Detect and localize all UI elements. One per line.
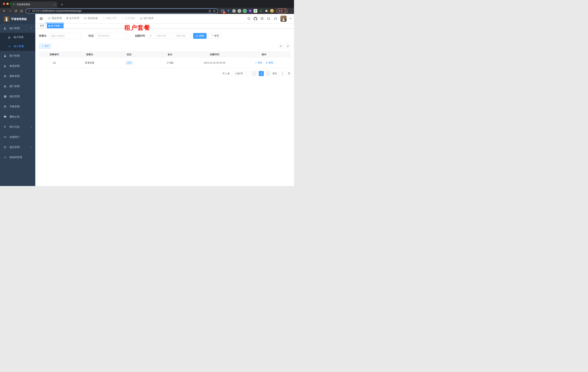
sidebar-item-label: 用户管理 xyxy=(10,54,32,58)
sidebar-item-dict-management[interactable]: 字典管理 xyxy=(0,102,35,112)
toggle-search-button[interactable] xyxy=(278,43,283,49)
topnav-label: 研发工具 xyxy=(106,17,116,20)
sidebar-item-sms-management[interactable]: 短信管理 xyxy=(0,142,35,152)
sidebar-item-error-code-management[interactable]: 错误码管理 xyxy=(0,152,35,162)
tag-label: 租户套餐 xyxy=(51,24,60,27)
filter-status-label: 状态 xyxy=(89,34,94,37)
extension-emoji-icon[interactable] xyxy=(270,9,274,13)
url-bar[interactable]: 127.0.0.1:48080/admin-ui/system/tenant/p… xyxy=(26,9,218,13)
sidebar-item-tenant-package[interactable]: 租户套餐 xyxy=(0,42,35,51)
delete-link[interactable]: 删除 xyxy=(266,61,273,64)
github-button[interactable] xyxy=(254,17,257,21)
log-edit-icon xyxy=(4,126,7,128)
sidebar-item-label: 租户列表 xyxy=(14,36,32,39)
online-signal-icon xyxy=(4,136,7,138)
search-button[interactable]: 搜索 xyxy=(193,33,207,39)
extension-command-icon[interactable]: ⌘ xyxy=(232,9,236,13)
topnav-label: 统计报表 xyxy=(144,17,154,20)
tag-tenant-package[interactable]: 租户套餐 × xyxy=(47,23,63,28)
sidebar: 芋道管理系统 租户管理 租户列表 租户套餐 用户管理 xyxy=(0,14,35,186)
sidebar-item-audit-log[interactable]: 审计日志 xyxy=(0,122,35,132)
edit-link[interactable]: 修改 xyxy=(255,61,262,64)
status-select[interactable]: 请选择状态 xyxy=(96,33,128,39)
fullscreen-button[interactable] xyxy=(267,17,270,20)
reset-button[interactable]: 重置 xyxy=(208,33,222,39)
table-row: 111 普通套餐 开启 小功能 2022-02-22 00:54:00 修改 xyxy=(39,58,290,68)
refresh-table-button[interactable] xyxy=(285,43,290,49)
add-button[interactable]: 新增 xyxy=(39,44,51,49)
app-logo[interactable]: 芋道管理系统 xyxy=(0,14,35,24)
close-window-button[interactable] xyxy=(3,3,5,5)
sidebar-item-post-management[interactable]: 岗位管理 xyxy=(0,91,35,102)
next-page-button[interactable]: › xyxy=(266,71,271,76)
command-glyph: ⌘ xyxy=(233,10,235,12)
browser-tabstrip: 芋道管理系统 × + xyxy=(0,0,294,8)
home-button[interactable] xyxy=(19,9,24,13)
extension-chat-icon[interactable] xyxy=(254,9,257,13)
share-icon[interactable] xyxy=(208,10,211,12)
user-avatar[interactable]: ❋0:20 xyxy=(280,16,287,22)
sidebar-fold-toggle[interactable] xyxy=(38,14,44,23)
topnav-item-workflow[interactable]: 工作流程 xyxy=(119,14,137,23)
sidebar-item-dept-management[interactable]: 部门管理 xyxy=(0,81,35,91)
extension-y-icon[interactable]: Y xyxy=(243,9,247,13)
table-toolbar: 新增 xyxy=(39,43,290,49)
topnav-item-dev-tools[interactable]: 研发工具 xyxy=(100,14,119,23)
current-page-button[interactable]: 1 xyxy=(259,71,264,76)
topnav-item-system[interactable]: 系统管理 xyxy=(45,14,64,23)
goto-label: 前往 xyxy=(273,72,277,75)
extension-star-icon[interactable] xyxy=(259,9,263,13)
bookmark-star-icon[interactable] xyxy=(213,10,216,12)
text-size-icon xyxy=(273,17,277,21)
top-menu: 系统管理 ¥ 支付管理 基础设施 研发工具 xyxy=(45,14,156,23)
font-size-button[interactable] xyxy=(273,17,277,21)
browser-update-menu-button[interactable]: 更新 xyxy=(276,9,287,13)
new-tab-button[interactable]: + xyxy=(60,2,64,7)
package-name-input[interactable] xyxy=(51,35,80,37)
date-end-placeholder: 结束日期 xyxy=(173,34,189,37)
status-select-placeholder: 请选择状态 xyxy=(98,34,110,37)
site-info-icon[interactable] xyxy=(28,10,31,12)
tag-close-icon[interactable]: × xyxy=(61,25,62,27)
question-circle-icon xyxy=(260,17,264,20)
chevron-down-icon xyxy=(30,146,32,148)
sidebar-item-tenant-list[interactable]: 租户列表 xyxy=(0,33,35,42)
extension-green-dot-icon[interactable] xyxy=(238,9,241,13)
page-size-select[interactable]: 10条/页 xyxy=(232,71,250,76)
sidebar-item-label: 审计日志 xyxy=(10,125,27,128)
prev-page-button[interactable]: ‹ xyxy=(252,71,257,76)
reload-button[interactable] xyxy=(13,9,18,13)
goto-page-input[interactable] xyxy=(279,71,287,76)
sidebar-item-user-management[interactable]: 用户管理 xyxy=(0,51,35,61)
minimize-window-button[interactable] xyxy=(7,3,9,5)
date-start-placeholder: 开始日期 xyxy=(153,34,169,37)
cell-package-name: 普通套餐 xyxy=(70,61,110,64)
forward-button[interactable] xyxy=(8,9,12,13)
topnav-item-payment[interactable]: ¥ 支付管理 xyxy=(64,14,82,23)
extension-shield-icon[interactable] xyxy=(248,9,252,13)
topnav-item-infrastructure[interactable]: 基础设施 xyxy=(82,14,100,23)
topnav-item-reports[interactable]: 统计报表 xyxy=(137,14,156,23)
global-search-button[interactable] xyxy=(247,17,251,20)
extensions-puzzle-icon[interactable] xyxy=(264,9,268,13)
table-tools xyxy=(278,43,290,49)
tag-home[interactable]: 首页 xyxy=(38,23,46,28)
browser-tab[interactable]: 芋道管理系统 × xyxy=(11,1,57,8)
help-button[interactable] xyxy=(260,17,264,20)
extension-gem-icon[interactable] xyxy=(226,9,231,13)
back-button[interactable] xyxy=(2,9,7,13)
tab-close-icon[interactable]: × xyxy=(54,3,56,6)
sidebar-item-role-management[interactable]: 角色管理 xyxy=(0,61,35,71)
avatar-caret-down-icon[interactable] xyxy=(290,18,292,19)
sidebar-item-online-users[interactable]: 在线用户 xyxy=(0,132,35,142)
sidebar-item-tenant-management[interactable]: 租户管理 xyxy=(0,24,35,33)
add-button-label: 新增 xyxy=(44,44,49,48)
message-icon xyxy=(4,115,7,118)
extension-tiles-icon[interactable]: 10 xyxy=(221,9,225,13)
sidebar-item-notice-management[interactable]: 通知公告 xyxy=(0,112,35,122)
sidebar-item-menu-management[interactable]: 菜单管理 xyxy=(0,71,35,81)
date-range-picker[interactable]: 开始日期 - 结束日期 xyxy=(147,33,191,39)
gem-shape xyxy=(227,9,230,12)
date-separator: - xyxy=(170,35,171,37)
eye-shape xyxy=(271,10,271,11)
